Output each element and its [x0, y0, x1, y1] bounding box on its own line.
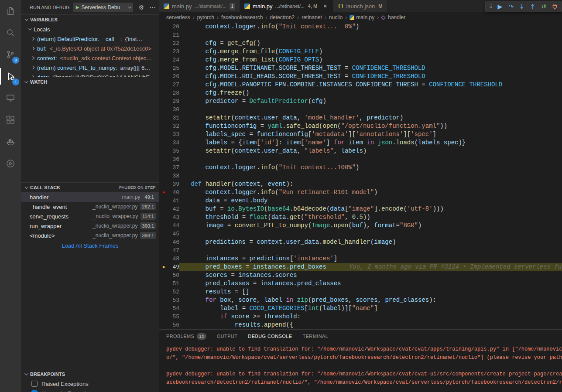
close-icon[interactable]: × — [322, 3, 329, 10]
code-line-39[interactable]: 39def handler(context, event): — [159, 180, 562, 188]
code-line-56[interactable]: 56 results.append({ — [159, 321, 562, 329]
console-line: acebookresearch/detectron2/retinanet/nuc… — [166, 378, 562, 387]
activity-remote-explorer[interactable] — [0, 87, 21, 109]
breakpoint-row[interactable]: Raised Exceptions — [21, 379, 159, 389]
callstack-section-header[interactable]: CALL STACK PAUSED ON STEP — [21, 183, 159, 192]
line-number: 55 — [169, 313, 179, 321]
code-line-44[interactable]: 44 image = convert_PIL_to_numpy(Image.op… — [159, 222, 562, 230]
frame-file: _nuclio_wrapper.py — [93, 204, 137, 210]
code-line-45[interactable]: 45 — [159, 230, 562, 238]
breadcrumb-item[interactable]: retinanet — [302, 14, 322, 20]
activity-source-control[interactable]: 8 — [0, 44, 21, 65]
checkbox[interactable] — [31, 381, 38, 387]
continue-icon[interactable]: ▶ — [495, 2, 505, 11]
activity-search[interactable] — [0, 22, 21, 44]
breadcrumb-item[interactable]: facebookresearch — [221, 14, 263, 20]
line-number: 33 — [169, 130, 179, 139]
code-line-35[interactable]: 35 setattr(context.user_data, "labels", … — [159, 147, 562, 155]
breadcrumb-item[interactable]: serverless — [166, 14, 190, 20]
code-line-50[interactable]: 50 scores = instances.scores — [159, 271, 562, 280]
stack-frame[interactable]: <module>_nuclio_wrapper.py366:1 — [21, 231, 159, 240]
load-all-stack-frames-link[interactable]: Load All Stack Frames — [21, 242, 159, 249]
activity-extensions[interactable] — [0, 109, 21, 131]
line-number: 32 — [169, 122, 179, 130]
checkbox[interactable]: ✓ — [31, 390, 38, 392]
code-line-46[interactable]: 46 predictions = context.user_data.model… — [159, 238, 562, 246]
breadcrumb-item[interactable]: handler — [381, 14, 405, 20]
step-over-icon[interactable]: ↷ — [506, 2, 516, 11]
code-line-54[interactable]: 54 label = COCO_CATEGORIES[int(label)]["… — [159, 304, 562, 313]
variable-row[interactable]: buf: <_io.BytesIO object at 0x7f5a2dc1ec… — [21, 44, 159, 53]
code-line-23[interactable]: 23 cfg.merge_from_file(CONFIG_FILE) — [159, 48, 562, 56]
code-line-43[interactable]: 43 threshold = float(data.get("threshold… — [159, 213, 562, 222]
breadcrumb-item[interactable]: pytorch — [197, 14, 214, 20]
code-line-30[interactable]: 30 — [159, 106, 562, 114]
code-line-33[interactable]: 33 labels_spec = functionconfig['metadat… — [159, 130, 562, 139]
variable-row[interactable]: (return) convert_PIL_to_numpy: array([[[… — [21, 63, 159, 72]
code-line-42[interactable]: 42 buf = io.BytesIO(base64.b64decode(dat… — [159, 205, 562, 213]
code-line-24[interactable]: 24 cfg.merge_from_list(CONFIG_OPTS) — [159, 56, 562, 64]
code-line-53[interactable]: 53 for box, score, label in zip(pred_box… — [159, 296, 562, 304]
activity-run-and-debug[interactable]: 1 — [0, 65, 21, 87]
stack-frame[interactable]: _handle_event_nuclio_wrapper.py262:1 — [21, 202, 159, 211]
code-line-48[interactable]: 48 instances = predictions['instances'] — [159, 255, 562, 263]
editor-tab-launch.json[interactable]: {}launch.jsonM — [333, 0, 387, 12]
restart-icon[interactable]: ↺ — [539, 2, 548, 11]
stack-frame[interactable]: run_wrapper_nuclio_wrapper.py360:1 — [21, 221, 159, 231]
code-line-29[interactable]: 29 predictor = DefaultPredictor(cfg) — [159, 97, 562, 106]
gear-icon[interactable]: ⚙ — [138, 4, 144, 11]
more-actions-icon[interactable]: ⋯ — [149, 3, 156, 11]
editor-tab-main.py[interactable]: main.py.../siammask/...1 — [159, 0, 240, 12]
code-line-34[interactable]: 34 labels = {item['id']: item['name'] fo… — [159, 139, 562, 147]
variable-row[interactable]: context: <nuclio_sdk.context.Context obj… — [21, 53, 159, 63]
breadcrumb-item[interactable]: detectron2 — [270, 14, 295, 20]
code-line-40[interactable]: ●40 context.logger.info("Run retinanet-R… — [159, 188, 562, 197]
code-line-21[interactable]: 21 — [159, 31, 562, 39]
code-line-20[interactable]: 20 context.logger.info("Init context... … — [159, 23, 562, 31]
code-line-52[interactable]: 52 results = [] — [159, 288, 562, 296]
code-line-36[interactable]: 36 — [159, 155, 562, 164]
activity-explorer[interactable] — [0, 0, 21, 22]
code-line-31[interactable]: 31 setattr(context.user_data, 'model_han… — [159, 114, 562, 122]
breakpoints-section-header[interactable]: BREAKPOINTS — [21, 369, 159, 379]
debug-config-dropdown[interactable]: ▶ Serverless Debu — [73, 3, 134, 12]
step-out-icon[interactable]: ↑ — [528, 2, 538, 11]
panel-tab-debug-console[interactable]: DEBUG CONSOLE — [248, 330, 292, 343]
activity-docker[interactable] — [0, 131, 21, 153]
editor-tab-main.py[interactable]: main.py.../retinanet/...4, M× — [240, 0, 333, 12]
code-line-51[interactable]: 51 pred_classes = instances.pred_classes — [159, 280, 562, 288]
breadcrumb-item[interactable]: nuclio — [329, 14, 343, 20]
variables-section-header[interactable]: VARIABLES — [21, 15, 159, 24]
code-line-32[interactable]: 32 functionconfig = yaml.safe_load(open(… — [159, 122, 562, 130]
code-line-22[interactable]: 22 cfg = get_cfg() — [159, 39, 562, 48]
stack-frame[interactable]: serve_requests_nuclio_wrapper.py114:1 — [21, 211, 159, 221]
code-editor[interactable]: 20 context.logger.info("Init context... … — [159, 23, 562, 329]
code-line-38[interactable]: 38 — [159, 172, 562, 180]
panel-tab-output[interactable]: OUTPUT — [217, 330, 238, 343]
code-line-47[interactable]: 47 — [159, 246, 562, 255]
code-line-37[interactable]: 37 context.logger.info("Init context...1… — [159, 164, 562, 172]
step-into-icon[interactable]: ↓ — [517, 2, 527, 11]
variable-row[interactable]: (return) DefaultPredictor.__call__: {'in… — [21, 34, 159, 44]
variable-row[interactable]: data: {'image': 'iVBORw0KGgoAAAANSUhE… — [21, 72, 159, 77]
variables-scope-locals[interactable]: Locals — [21, 24, 159, 34]
breakpoint-row[interactable]: ✓Uncaught Exceptions — [21, 389, 159, 392]
code-line-55[interactable]: 55 if score >= threshold: — [159, 313, 562, 321]
code-line-49[interactable]: ▶49 pred_boxes = instances.pred_boxesYou… — [159, 263, 562, 271]
watch-section-header[interactable]: WATCH — [21, 77, 159, 87]
breakpoint-dot[interactable]: ● — [163, 188, 165, 197]
disconnect-icon[interactable] — [550, 2, 559, 11]
code-line-41[interactable]: 41 data = event.body — [159, 197, 562, 205]
activity-run-circle[interactable] — [0, 153, 21, 174]
code-line-28[interactable]: 28 cfg.freeze() — [159, 89, 562, 97]
code-line-25[interactable]: 25 cfg.MODEL.RETINANET.SCORE_THRESH_TEST… — [159, 64, 562, 72]
debug-console-output[interactable]: pydev debugger: unable to find translati… — [159, 343, 562, 392]
start-debugging-icon[interactable]: ▶ — [76, 5, 79, 10]
code-line-26[interactable]: 26 cfg.MODEL.ROI_HEADS.SCORE_THRESH_TEST… — [159, 72, 562, 81]
stack-frame[interactable]: handlermain.py49:1 — [21, 192, 159, 202]
panel-tab-terminal[interactable]: TERMINAL — [303, 330, 329, 343]
tab-title: main.py — [253, 3, 273, 10]
panel-tab-problems[interactable]: PROBLEMS12 — [166, 330, 206, 343]
breadcrumb-item[interactable]: main.py — [350, 14, 374, 20]
code-line-27[interactable]: 27 cfg.MODEL.PANOPTIC_FPN.COMBINE.INSTAN… — [159, 81, 562, 89]
